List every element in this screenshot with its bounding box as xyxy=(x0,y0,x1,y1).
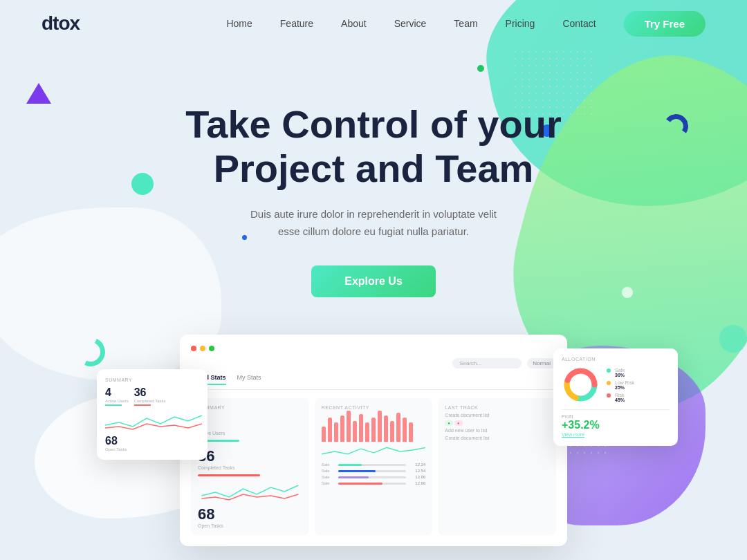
legend-risk-val: 45% xyxy=(615,398,625,402)
activity-card: Recent Activity xyxy=(315,398,433,535)
profit-label: Profit xyxy=(562,414,670,419)
tag-pink-1: ● xyxy=(454,420,463,426)
bar-14 xyxy=(403,418,407,442)
bar-5 xyxy=(347,411,351,442)
nav-service[interactable]: Service xyxy=(394,18,427,29)
window-dots xyxy=(191,346,556,351)
completed-bar xyxy=(198,474,260,476)
allocation-legend: Safe 30% Low Risk 25% Risk 45% xyxy=(607,368,634,402)
legend-safe: Safe 30% xyxy=(607,368,634,377)
bar-1 xyxy=(322,427,326,442)
progress-row-1: Sale 12.24 xyxy=(322,463,426,467)
circle-teal-2 xyxy=(719,325,747,353)
logo: dtox xyxy=(42,12,80,35)
bar-12 xyxy=(390,421,394,442)
bar-7 xyxy=(359,414,363,442)
active-users-label: Active Users xyxy=(198,431,302,436)
legend-risk-text: Risk 45% xyxy=(615,393,625,402)
nav-feature[interactable]: Feature xyxy=(280,18,313,29)
progress-row-3: Sale 12.06 xyxy=(322,475,426,479)
bar-15 xyxy=(409,422,413,442)
dashboard-mockup: Search... Normal Board Stats My Stats SU… xyxy=(152,335,595,546)
progress-bars-section: Sale 12.24 Sale 12.54 Sale 12.06 xyxy=(322,463,426,485)
nav-team[interactable]: Team xyxy=(454,18,477,29)
nav-home[interactable]: Home xyxy=(226,18,252,29)
hero-title: Take Control of your Project and Team xyxy=(0,102,747,192)
legend-dot-lowrisk xyxy=(607,381,611,385)
bar-8 xyxy=(365,422,369,442)
summary-card: SUMMARY 4 Active Users 36 Completed Task… xyxy=(191,398,309,535)
float-bar-red xyxy=(134,404,151,406)
legend-safe-val: 30% xyxy=(615,373,625,377)
bar-2 xyxy=(328,418,332,442)
legend-safe-label: Safe xyxy=(615,368,625,373)
float-card-right: ALLOCATION Safe 30% xyxy=(553,348,678,446)
float-bar-teal xyxy=(105,404,122,406)
open-tasks-label: Open Tasks xyxy=(198,523,302,528)
bar-10 xyxy=(378,411,382,442)
float-completed-label: Completed Tasks xyxy=(134,399,166,403)
bar-9 xyxy=(371,418,376,442)
legend-dot-safe xyxy=(607,368,611,373)
progress-row-4: Sale 12.66 xyxy=(322,481,426,485)
dot-green xyxy=(209,346,214,351)
nav-pricing[interactable]: Pricing xyxy=(506,18,535,29)
bar-4 xyxy=(340,416,344,442)
view-more-link[interactable]: View more xyxy=(562,432,584,437)
dash-toolbar: Search... Normal xyxy=(191,358,556,368)
legend-low-risk: Low Risk 25% xyxy=(607,380,634,390)
hero-subtitle: Duis aute irure dolor in reprehenderit i… xyxy=(249,205,498,241)
donut-chart xyxy=(562,366,600,404)
float-open-label: Open Tasks xyxy=(105,447,199,451)
allocation-content: Safe 30% Low Risk 25% Risk 45% xyxy=(562,366,670,404)
try-free-button[interactable]: Try Free xyxy=(624,11,706,37)
dashboard-main-window: Search... Normal Board Stats My Stats SU… xyxy=(180,335,567,546)
hero-title-line2: Project and Team xyxy=(214,147,534,190)
bar-6 xyxy=(353,421,357,442)
float-stats-row: 4 Active Users 36 Completed Tasks xyxy=(105,386,199,406)
float-completed: 36 Completed Tasks xyxy=(134,386,166,406)
active-users-num: 4 xyxy=(198,413,302,431)
open-tasks-num: 68 xyxy=(198,505,302,523)
nav-contact[interactable]: Contact xyxy=(562,18,596,29)
bar-3 xyxy=(334,422,338,442)
float-open-tasks: 68 Open Tasks xyxy=(105,435,199,451)
activity-title: Recent Activity xyxy=(322,405,426,410)
tag-green-1: ● xyxy=(445,420,453,426)
bar-13 xyxy=(396,413,400,442)
float-summary-title: SUMMARY xyxy=(105,377,199,382)
hero-section: Take Control of your Project and Team Du… xyxy=(0,47,747,297)
completed-tasks-label: Completed Tasks xyxy=(198,465,302,470)
tab-my-stats[interactable]: My Stats xyxy=(237,374,261,385)
legend-risk-label: Risk xyxy=(615,393,625,398)
profit-section: Profit +35.2% View more xyxy=(562,409,670,438)
legend-safe-text: Safe 30% xyxy=(615,368,625,377)
float-card-left: SUMMARY 4 Active Users 36 Completed Task… xyxy=(97,369,208,460)
dashboard-grid: SUMMARY 4 Active Users 36 Completed Task… xyxy=(191,398,556,535)
float-active-label: Active Users xyxy=(105,399,129,403)
track-instruction-3: Create document list xyxy=(445,436,549,440)
track-instruction-1: Create document list xyxy=(445,413,549,418)
float-active-users: 4 Active Users xyxy=(105,386,129,406)
float-open-num: 68 xyxy=(105,435,199,447)
legend-lowrisk-text: Low Risk 25% xyxy=(615,380,634,390)
dash-normal-btn[interactable]: Normal xyxy=(527,358,556,368)
dash-search[interactable]: Search... xyxy=(452,358,522,368)
nav-links: Home Feature About Service Team Pricing … xyxy=(226,11,706,37)
hero-title-line1: Take Control of your xyxy=(185,102,561,146)
activity-bars xyxy=(322,414,426,442)
legend-lowrisk-label: Low Risk xyxy=(615,380,634,385)
legend-risk: Risk 45% xyxy=(607,393,634,402)
float-completed-num: 36 xyxy=(134,386,166,399)
summary-chart xyxy=(198,482,302,501)
dashboard-tabs: Board Stats My Stats xyxy=(191,374,556,390)
last-track-title: Last Track xyxy=(445,405,549,410)
summary-title: SUMMARY xyxy=(198,405,302,410)
explore-button[interactable]: Explore Us xyxy=(311,265,436,297)
legend-dot-risk xyxy=(607,393,611,398)
dot-red xyxy=(191,346,196,351)
nav-about[interactable]: About xyxy=(341,18,367,29)
completed-tasks-num: 36 xyxy=(198,447,302,465)
track-tags-1: ● ● xyxy=(445,420,549,426)
activity-line-chart xyxy=(322,445,426,457)
